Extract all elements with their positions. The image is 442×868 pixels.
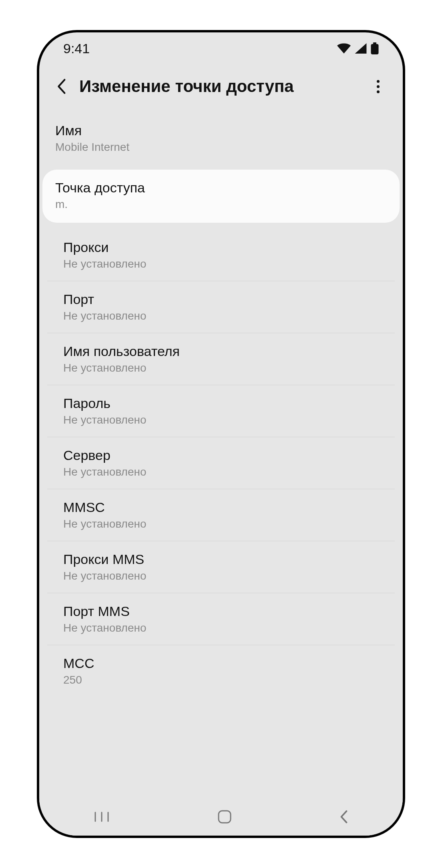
row-label: MMSC — [63, 500, 379, 515]
row-server[interactable]: Сервер Не установлено — [47, 437, 395, 489]
row-label: MCC — [63, 656, 379, 671]
nav-home-button[interactable] — [217, 810, 232, 826]
row-label: Точка доступа — [55, 180, 387, 196]
back-icon — [339, 810, 349, 824]
row-value: Не установлено — [63, 414, 379, 426]
row-label: Порт — [63, 292, 379, 307]
row-password[interactable]: Пароль Не установлено — [47, 385, 395, 437]
row-label: Сервер — [63, 448, 379, 463]
row-proxy[interactable]: Прокси Не установлено — [47, 229, 395, 281]
row-value: Не установлено — [63, 570, 379, 582]
row-name[interactable]: Имя Mobile Internet — [39, 112, 403, 170]
row-label: Прокси — [63, 240, 379, 255]
wifi-icon — [337, 43, 351, 54]
status-time: 9:41 — [63, 41, 90, 56]
svg-rect-5 — [219, 811, 231, 823]
more-button[interactable] — [371, 76, 391, 96]
row-value: m. — [55, 198, 387, 211]
row-value: Не установлено — [63, 622, 379, 634]
back-button[interactable] — [51, 76, 71, 96]
row-value: Не установлено — [63, 466, 379, 478]
row-port[interactable]: Порт Не установлено — [47, 281, 395, 333]
row-label: Имя — [55, 123, 387, 138]
signal-icon — [355, 43, 367, 54]
row-value: Не установлено — [63, 258, 379, 270]
battery-icon — [371, 42, 379, 54]
android-nav-bar — [39, 800, 403, 836]
row-mms-port[interactable]: Порт MMS Не установлено — [47, 593, 395, 645]
settings-list: Имя Mobile Internet Точка доступа m. Про… — [39, 112, 403, 697]
row-value: Не установлено — [63, 310, 379, 322]
row-label: Порт MMS — [63, 604, 379, 619]
row-apn[interactable]: Точка доступа m. — [42, 170, 400, 223]
row-value: 250 — [63, 674, 379, 686]
row-mmsc[interactable]: MMSC Не установлено — [47, 489, 395, 541]
row-label: Прокси MMS — [63, 552, 379, 567]
phone-frame: 9:41 Изменение точки доступа Имя Mobile … — [37, 30, 405, 838]
stage: 9:41 Изменение точки доступа Имя Mobile … — [0, 0, 442, 868]
row-mms-proxy[interactable]: Прокси MMS Не установлено — [47, 541, 395, 593]
page-title: Изменение точки доступа — [79, 77, 363, 96]
status-bar: 9:41 — [39, 32, 403, 64]
svg-rect-1 — [371, 44, 378, 54]
nav-recents-button[interactable] — [93, 811, 110, 824]
row-value: Не установлено — [63, 362, 379, 374]
row-mcc[interactable]: MCC 250 — [47, 645, 395, 697]
svg-rect-0 — [373, 42, 376, 44]
row-value: Mobile Internet — [55, 141, 387, 154]
more-dots-icon — [377, 80, 380, 83]
nav-back-button[interactable] — [339, 810, 349, 826]
row-label: Пароль — [63, 396, 379, 411]
title-bar: Изменение точки доступа — [39, 64, 403, 112]
chevron-left-icon — [56, 78, 66, 94]
row-username[interactable]: Имя пользователя Не установлено — [47, 333, 395, 385]
home-icon — [217, 810, 232, 824]
recents-icon — [93, 811, 110, 823]
row-label: Имя пользователя — [63, 344, 379, 359]
row-value: Не установлено — [63, 518, 379, 530]
status-icons — [337, 42, 379, 54]
